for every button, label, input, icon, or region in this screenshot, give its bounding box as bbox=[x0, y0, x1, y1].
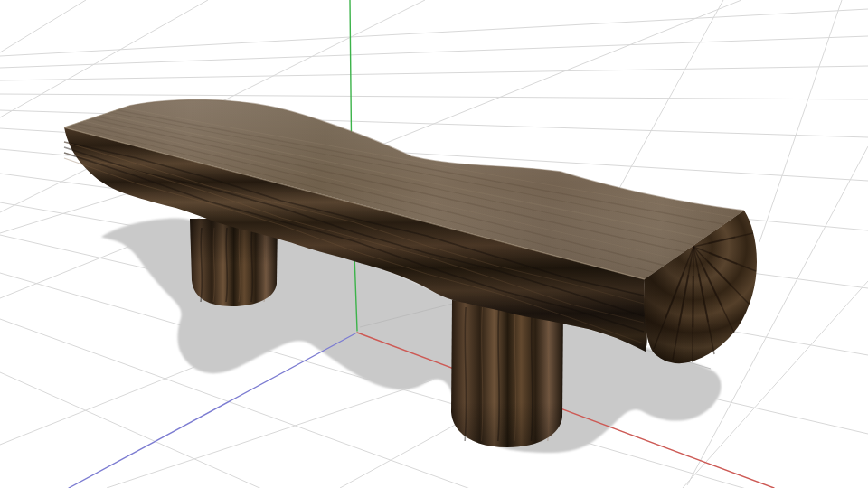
viewport-canvas[interactable] bbox=[0, 0, 868, 488]
grid-line bbox=[0, 9, 868, 56]
grid-line bbox=[0, 36, 868, 68]
grid-line bbox=[0, 66, 868, 80]
leg-shading bbox=[451, 300, 563, 447]
viewport[interactable] bbox=[0, 0, 868, 488]
grid-line bbox=[0, 0, 86, 52]
grid-line bbox=[0, 94, 868, 99]
grid-line bbox=[107, 380, 434, 488]
grid-line bbox=[760, 0, 842, 242]
